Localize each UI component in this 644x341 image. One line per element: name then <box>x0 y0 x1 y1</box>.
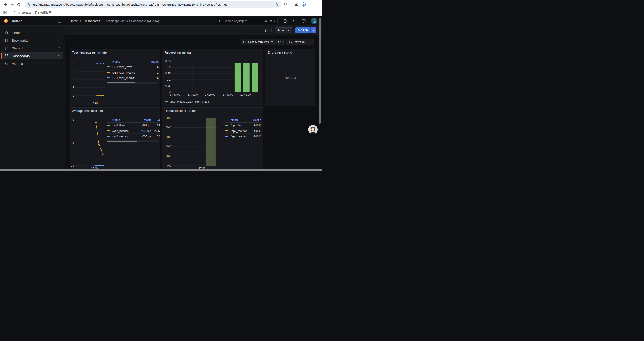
bookmark-folder-blogs[interactable]: 收藏博客 <box>33 10 54 16</box>
series-mean: 6 <box>146 65 159 69</box>
series-name[interactable]: /api/_livez <box>112 124 136 127</box>
legend-header-mean[interactable]: Mean <box>136 118 151 122</box>
sidebar-item-home[interactable]: Home <box>1 29 63 37</box>
browser-back-button[interactable] <box>2 1 9 8</box>
extensions-icon[interactable] <box>284 3 288 7</box>
series-name[interactable]: /api/_livez <box>231 124 250 127</box>
panel-legend[interactable]: 2xx Mean: 0.233 Max: 0.233 <box>165 100 209 103</box>
legend-row[interactable]: /api/_livez 661 µs 646 <box>107 123 160 128</box>
keyboard-icon <box>264 20 268 22</box>
legend-row[interactable]: /api/_readyz 100% <box>225 134 261 139</box>
series-mean: 2 <box>146 71 159 74</box>
svg-text:40%: 40% <box>166 145 171 148</box>
legend-header-name[interactable]: Name <box>112 118 136 122</box>
legend-header-row: Name Mean <box>107 59 159 64</box>
search-input[interactable] <box>224 19 263 23</box>
news-button[interactable] <box>292 19 296 23</box>
svg-text:0%: 0% <box>167 164 171 167</box>
svg-text:0.05: 0.05 <box>166 84 171 87</box>
legend-header-mean[interactable]: Mean <box>146 60 159 63</box>
expand-chevron-icon[interactable] <box>57 39 60 42</box>
legend-row[interactable]: /api/_livez 100% <box>225 123 261 128</box>
legend-hscrollbar[interactable] <box>107 140 159 142</box>
expand-chevron-icon[interactable] <box>57 54 60 57</box>
time-range-picker[interactable]: Last 5 minutes <box>241 39 276 45</box>
vertical-scrollbar[interactable] <box>319 18 321 124</box>
url-input[interactable] <box>33 3 275 6</box>
sidebar-item-alerting[interactable]: Alerting <box>1 60 63 67</box>
series-name[interactable]: /api/_metrics <box>112 129 136 133</box>
series-last: 646 <box>151 124 160 127</box>
browser-forward-button[interactable] <box>9 1 15 8</box>
series-name[interactable]: GET /api/_livez <box>112 65 146 69</box>
browser-menu-icon[interactable] <box>309 3 313 6</box>
series-name[interactable]: GET /api/_metrics <box>112 71 146 74</box>
assistant-avatar[interactable] <box>308 125 318 134</box>
legend-hscrollbar[interactable] <box>107 82 159 84</box>
legend-header-name[interactable]: Name <box>231 118 250 122</box>
time-range-label: Last 5 minutes <box>248 40 269 44</box>
user-avatar[interactable] <box>311 18 317 24</box>
series-name[interactable]: /api/_readyz <box>231 135 250 138</box>
address-bar[interactable] <box>24 1 282 8</box>
expand-chevron-icon[interactable] <box>57 62 60 65</box>
share-dropdown-button[interactable] <box>310 28 316 33</box>
breadcrumb-dashboards[interactable]: Dashboards <box>84 19 100 23</box>
share-button[interactable]: Share <box>296 28 316 33</box>
bookmark-folder-freeleaps[interactable]: Freeleaps <box>12 10 33 15</box>
legend-row[interactable]: /api/_metrics 100% <box>225 128 261 134</box>
sidebar-item-starred[interactable]: Starred <box>1 45 63 52</box>
svg-text:17:40:00: 17:40:00 <box>223 93 233 96</box>
scrollbar-thumb[interactable] <box>107 141 137 142</box>
expand-chevron-icon[interactable] <box>57 46 60 49</box>
legend-row[interactable]: GET /api/_metrics 2 <box>107 70 159 75</box>
sidebar-item-label: Dashboards <box>12 54 30 58</box>
rss-icon <box>292 19 296 23</box>
legend-row[interactable]: GET /api/_readyz 6 <box>107 75 159 81</box>
legend-header-last[interactable]: Last * <box>250 118 261 122</box>
time-range-group: Last 5 minutes <box>241 39 284 45</box>
downloads-icon[interactable] <box>294 3 298 7</box>
refresh-interval-dropdown[interactable] <box>307 39 314 45</box>
help-button[interactable]: ? <box>283 19 287 23</box>
chevron-down-icon <box>312 29 315 32</box>
kiosk-mode-button[interactable] <box>302 19 306 23</box>
legend-header-name[interactable]: Name <box>112 60 146 63</box>
svg-text:100%: 100% <box>164 117 171 120</box>
scrollbar-thumb[interactable] <box>107 82 136 83</box>
browser-reload-button[interactable] <box>15 1 22 8</box>
sidebar-item-bookmarks[interactable]: Bookmarks <box>1 37 63 44</box>
mega-menu-toggle-icon[interactable] <box>58 19 62 23</box>
legend-header-last[interactable]: Las <box>151 118 160 122</box>
clock-icon <box>243 40 246 44</box>
series-name[interactable]: GET /api/_readyz <box>112 76 146 80</box>
sidebar-item-dashboards[interactable]: Dashboards <box>1 52 63 60</box>
refresh-button[interactable]: Refresh <box>286 39 307 45</box>
series-name[interactable]: /api/_readyz <box>112 135 136 138</box>
breadcrumb-current: Freeleaps Metrics Dashboard (ALPHA) <box>106 19 159 23</box>
series-name[interactable]: 2xx <box>170 100 175 103</box>
bookmarks-bar: Freeleaps 收藏博客 <box>0 9 322 17</box>
time-controls: Last 5 minutes Refresh <box>241 39 314 45</box>
bookmark-star-icon[interactable] <box>275 3 279 7</box>
legend-row[interactable]: /api/_readyz 605 µs 620 <box>107 134 160 139</box>
zoom-out-button[interactable] <box>276 39 284 45</box>
horizontal-scrollbar[interactable] <box>0 169 322 171</box>
svg-text:60%: 60% <box>166 136 171 139</box>
favorite-star-icon[interactable] <box>264 28 268 32</box>
svg-text:3: 3 <box>73 86 74 89</box>
sidebar: Home Bookmarks Starred Dashboards Alerti… <box>0 26 65 171</box>
svg-text:17:37:00: 17:37:00 <box>170 93 180 96</box>
export-button[interactable]: Export <box>275 28 292 33</box>
series-swatch <box>107 78 110 78</box>
breadcrumb-home[interactable]: Home <box>70 19 78 23</box>
share-button-label[interactable]: Share <box>296 28 310 33</box>
series-mean: 40.1 ms <box>136 129 151 133</box>
legend-row[interactable]: GET /api/_livez 6 <box>107 64 159 70</box>
site-settings-icon[interactable] <box>27 3 31 6</box>
profile-icon[interactable] <box>302 2 306 7</box>
apps-grid-icon[interactable] <box>3 11 7 15</box>
series-name[interactable]: /api/_metrics <box>231 129 250 133</box>
search-box[interactable]: ⌘+k <box>216 18 278 24</box>
legend-row[interactable]: /api/_metrics 40.1 ms 20.5 r <box>107 128 160 134</box>
